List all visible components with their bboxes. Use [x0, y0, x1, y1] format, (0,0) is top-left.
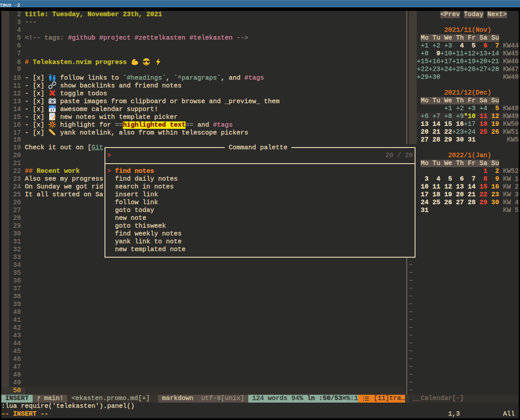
svg-text:17: 17 [50, 108, 54, 112]
